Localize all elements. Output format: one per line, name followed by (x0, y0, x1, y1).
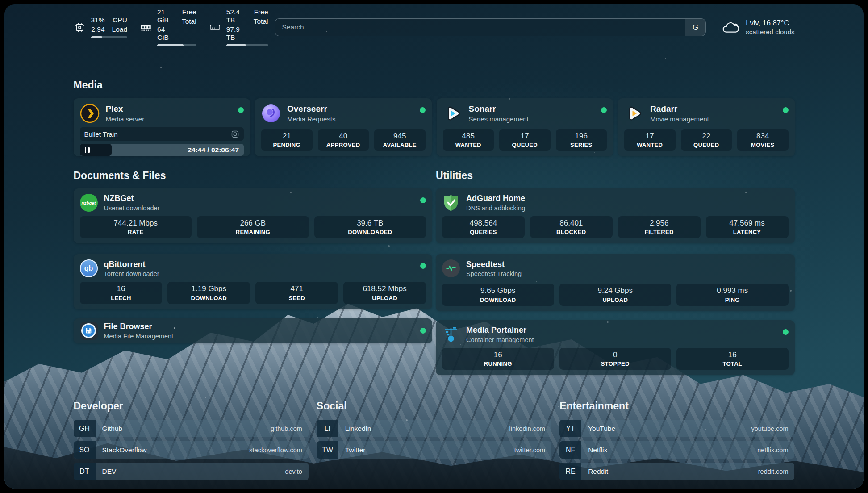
service-name: Plex (106, 104, 145, 114)
stat-box: 744.21 Mbps RATE (80, 216, 192, 238)
search-input[interactable] (275, 19, 685, 36)
bookmark-abbr: NF (559, 441, 581, 459)
filebrowser-icon (80, 322, 98, 340)
service-desc: Speedtest Tracking (466, 270, 522, 277)
bookmark-netflix[interactable]: NF Netflix netflix.com (559, 441, 794, 459)
stat-box: 618.52 Mbps UPLOAD (343, 282, 426, 304)
service-desc: Torrent downloader (104, 270, 159, 277)
nzbget-icon: nzbget (80, 194, 98, 212)
bookmark-abbr: RE (559, 463, 581, 480)
cloud-icon (721, 21, 740, 34)
disk-free-value: 52.4 TB (226, 8, 246, 24)
stat-box: 17 WANTED (624, 129, 676, 151)
bookmark-github[interactable]: GH Github github.com (74, 420, 309, 437)
bookmark-abbr: TW (317, 441, 338, 459)
stat-box: 0.993 ms PING (676, 284, 789, 305)
memory-progress-track (157, 44, 196, 46)
stat-box: 22 QUEUED (681, 129, 732, 151)
bookmark-group-entertainment: Entertainment YT YouTube youtube.com NF … (559, 400, 794, 480)
service-desc: Movie management (650, 115, 709, 123)
service-card-radarr[interactable]: Radarr Movie management 17 WANTED 22 QUE… (618, 98, 795, 156)
memory-total-value: 64 GiB (157, 25, 175, 42)
search-provider-button[interactable]: G (685, 19, 705, 36)
bookmark-abbr: YT (559, 420, 581, 437)
bookmark-url: youtube.com (751, 425, 788, 432)
bookmark-dev[interactable]: DT DEV dev.to (74, 463, 309, 480)
memory-free-value: 21 GiB (157, 8, 175, 24)
service-desc: Media server (106, 115, 145, 123)
disk-total-label: Total (254, 17, 268, 25)
bookmark-group-developer: Developer GH Github github.com SO StackO… (74, 400, 309, 480)
stat-box: 498,564 QUERIES (442, 216, 525, 238)
memory-widget: 21 GiB 64 GiB Free Total (140, 8, 196, 46)
service-card-nzbget[interactable]: nzbget NZBGet Usenet downloader 744.21 M… (74, 188, 433, 243)
bookmark-name: Netflix (588, 446, 607, 454)
stat-box: 9.24 Gbps UPLOAD (559, 284, 672, 305)
cpu-icon (74, 21, 86, 33)
bookmark-linkedin[interactable]: LI LinkedIn linkedin.com (317, 420, 551, 437)
service-card-plex[interactable]: Plex Media server Bullet Train 24:44 / 0 (74, 98, 250, 156)
service-card-filebrowser[interactable]: File Browser Media File Management (74, 318, 433, 343)
bookmark-abbr: DT (74, 463, 96, 480)
service-name: Media Portainer (466, 326, 534, 335)
bookmark-url: linkedin.com (509, 425, 546, 432)
service-name: Speedtest (466, 260, 522, 270)
section-title-developer: Developer (74, 400, 309, 412)
memory-free-label: Free (182, 8, 196, 16)
bookmark-twitter[interactable]: TW Twitter twitter.com (317, 441, 551, 459)
stat-box: 86,401 BLOCKED (530, 216, 613, 238)
top-bar: 31% 2.94 CPU Load (74, 13, 795, 41)
pause-icon (85, 147, 90, 153)
service-desc: Container management (466, 336, 534, 343)
service-card-speedtest[interactable]: Speedtest Speedtest Tracking 9.65 Gbps D… (436, 254, 795, 311)
service-name: Radarr (650, 104, 709, 114)
section-title-entertainment: Entertainment (559, 400, 794, 412)
disk-progress-track (226, 44, 268, 46)
stat-box: 40 APPROVED (318, 129, 369, 151)
service-desc: Usenet downloader (104, 205, 160, 212)
search-bar: G (275, 18, 706, 36)
bookmark-stackoverflow[interactable]: SO StackOverflow stackoverflow.com (74, 441, 309, 459)
bookmark-reddit[interactable]: RE Reddit reddit.com (559, 463, 794, 480)
disk-free-label: Free (254, 8, 268, 16)
status-online-dot (420, 328, 426, 334)
cpu-progress-fill (91, 36, 102, 38)
radarr-icon (624, 104, 644, 123)
now-playing-row: Bullet Train (80, 127, 244, 141)
stat-box: 16 TOTAL (676, 348, 789, 370)
cpu-widget: 31% 2.94 CPU Load (74, 8, 128, 46)
stat-box: 945 AVAILABLE (374, 129, 426, 151)
service-card-sonarr[interactable]: Sonarr Series management 485 WANTED 17 Q… (437, 98, 613, 156)
stat-box: 21 PENDING (261, 129, 313, 151)
status-online-dot (238, 107, 244, 113)
service-card-portainer[interactable]: Media Portainer Container management 16 … (436, 320, 795, 375)
bookmark-abbr: GH (74, 420, 96, 437)
bookmark-url: twitter.com (514, 447, 545, 454)
stat-box: 485 WANTED (443, 129, 494, 151)
weather-condition: scattered clouds (746, 28, 794, 36)
status-online-dot (420, 107, 426, 113)
service-name: qBittorrent (104, 260, 159, 270)
stat-box: 9.65 Gbps DOWNLOAD (442, 284, 554, 305)
dashboard-frame: 31% 2.94 CPU Load (4, 4, 864, 489)
stat-box: 0 STOPPED (559, 348, 672, 370)
speedtest-icon (442, 259, 460, 277)
status-online-dot (783, 329, 789, 335)
service-card-qbittorrent[interactable]: qb qBittorrent Torrent downloader 16 LEE… (74, 254, 433, 309)
disk-icon (209, 21, 221, 33)
now-playing-progress-fill (80, 144, 112, 156)
portainer-icon (442, 326, 460, 343)
bookmark-url: dev.to (285, 468, 302, 475)
section-title-media: Media (74, 79, 795, 91)
stat-box: 47.569 ms LATENCY (706, 216, 789, 238)
service-card-adguard[interactable]: AdGuard Home DNS and adblocking 498,564 … (436, 188, 795, 243)
bookmark-name: YouTube (588, 425, 615, 433)
stat-box: 834 MOVIES (737, 129, 789, 151)
cpu-progress-track (91, 36, 128, 38)
bookmark-youtube[interactable]: YT YouTube youtube.com (559, 420, 794, 437)
cpu-label: CPU (113, 16, 127, 24)
disk-progress-fill (226, 44, 246, 46)
service-card-overseerr[interactable]: Overseerr Media Requests 21 PENDING 40 A… (255, 98, 432, 156)
weather-location-temp: Lviv, 16.87°C (746, 19, 794, 27)
service-desc: Series management (469, 115, 529, 123)
